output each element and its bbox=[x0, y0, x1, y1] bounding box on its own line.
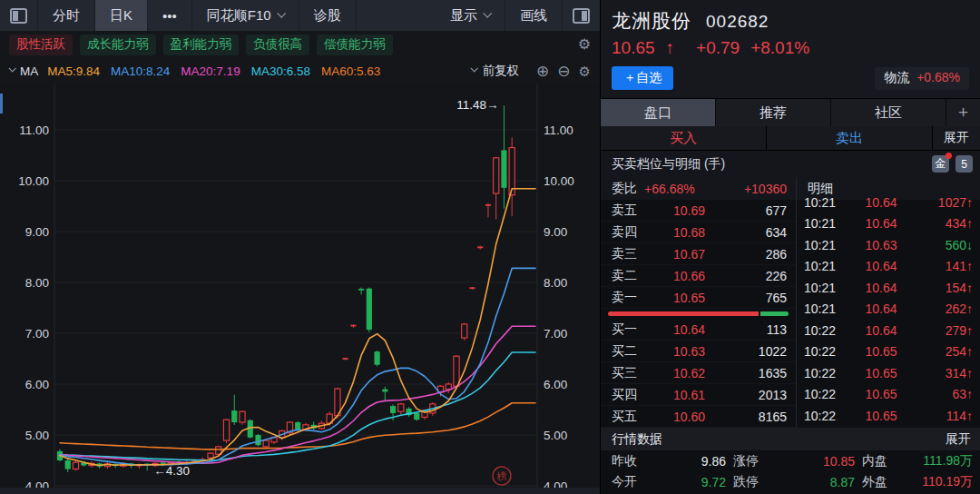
tab-社区[interactable]: 社区 bbox=[831, 99, 946, 126]
market-data-row: 昨收9.86涨停10.85内盘111.98万 bbox=[601, 450, 980, 471]
stock-code: 002682 bbox=[706, 12, 769, 32]
order-book-row[interactable]: 买三10.621635 bbox=[601, 362, 796, 384]
order-book-row[interactable]: 卖五10.69677 bbox=[601, 200, 796, 222]
level-price: 10.65 bbox=[652, 291, 727, 305]
tick-row[interactable]: 10:2110.641027↑ bbox=[804, 192, 973, 213]
svg-text:11.48→: 11.48→ bbox=[456, 98, 498, 112]
panel-left-toggle-button[interactable] bbox=[0, 0, 38, 31]
expand-market-data-button[interactable]: 展开 bbox=[946, 431, 971, 448]
stock-tag[interactable]: 成长能力弱 bbox=[80, 35, 156, 55]
order-book-row[interactable]: 卖一10.65765 bbox=[601, 287, 796, 309]
trade-tabs: 买入 卖出 展开 bbox=[601, 126, 980, 151]
tick-row[interactable]: 10:2110.63560↓ bbox=[804, 234, 973, 256]
tick-price: 10.65 bbox=[846, 344, 916, 359]
order-book-row[interactable]: 卖三10.67286 bbox=[601, 243, 796, 265]
order-book-row[interactable]: 买四10.612013 bbox=[601, 384, 796, 406]
toolbar-tab-画线[interactable]: 画线 bbox=[505, 0, 563, 31]
stock-tag[interactable]: 负债很高 bbox=[246, 35, 309, 55]
toolbar-tab-日K[interactable]: 日K bbox=[95, 0, 148, 31]
toolbar-tab-label: ••• bbox=[162, 8, 177, 24]
ma-legend-item: MA10:8.24 bbox=[111, 64, 170, 78]
order-book-row[interactable]: 卖二10.66226 bbox=[601, 265, 796, 287]
kline-chart-area[interactable]: 11.0011.0010.0010.009.009.008.008.007.00… bbox=[0, 84, 600, 494]
stock-name: 龙洲股份 bbox=[612, 8, 691, 34]
market-data-rows: 昨收9.86涨停10.85内盘111.98万今开9.72跌停8.87外盘110.… bbox=[601, 450, 980, 494]
svg-text:←4.30: ←4.30 bbox=[153, 464, 190, 478]
market-data-value: 9.86 bbox=[637, 454, 733, 469]
toolbar-tab-同花顺F10[interactable]: 同花顺F10 bbox=[192, 0, 299, 31]
order-book-row[interactable]: 买二10.631022 bbox=[601, 341, 796, 362]
tick-time: 10:22 bbox=[804, 323, 846, 338]
market-data-row: 今开9.72跌停8.87外盘110.19万 bbox=[601, 471, 980, 492]
toolbar-tab-诊股[interactable]: 诊股 bbox=[299, 0, 357, 31]
market-data-cell: 外盘110.19万 bbox=[862, 474, 973, 490]
tick-time: 10:21 bbox=[804, 301, 846, 316]
order-book-row[interactable]: 卖四10.68634 bbox=[601, 222, 796, 243]
svg-text:5.00: 5.00 bbox=[25, 429, 49, 442]
level-price: 10.62 bbox=[652, 366, 727, 380]
quote-header: 龙洲股份 002682 10.65↑ +0.79 +8.01% ＋自选 物流 +… bbox=[601, 0, 980, 98]
toolbar-tab-•••[interactable]: ••• bbox=[148, 0, 192, 31]
tab-sell[interactable]: 卖出 bbox=[767, 126, 933, 150]
level-label: 买五 bbox=[612, 409, 652, 425]
market-data-value: 111.98万 bbox=[887, 453, 973, 469]
tick-time: 10:21 bbox=[804, 281, 846, 295]
ma-legend: MA5:9.84MA10:8.24MA20:7.19MA30:6.58MA60:… bbox=[47, 64, 391, 78]
toolbar-tab-分时[interactable]: 分时 bbox=[38, 0, 95, 31]
tick-price: 10.65 bbox=[846, 366, 916, 380]
order-book-row[interactable]: 买五10.608165 bbox=[601, 406, 796, 428]
add-tab-button[interactable]: + bbox=[946, 99, 980, 126]
tick-row[interactable]: 10:2210.65254↑ bbox=[804, 341, 973, 363]
zoom-in-icon[interactable]: ⊕ bbox=[536, 64, 549, 79]
stock-tag[interactable]: 股性活跃 bbox=[9, 35, 73, 55]
expand-trade-button[interactable]: 展开 bbox=[933, 126, 980, 150]
tick-detail-list[interactable]: 10:2110.641027↑10:2110.64434↑10:2110.635… bbox=[797, 192, 980, 428]
tick-price: 10.65 bbox=[846, 409, 916, 423]
level-label: 卖一 bbox=[612, 290, 652, 306]
tick-volume: 279↑ bbox=[916, 323, 973, 338]
tick-row[interactable]: 10:2210.65314↑ bbox=[804, 362, 973, 384]
tick-row[interactable]: 10:2210.6563↑ bbox=[804, 384, 973, 406]
tab-推荐[interactable]: 推荐 bbox=[716, 99, 831, 126]
level-volume: 226 bbox=[727, 269, 787, 283]
tick-row[interactable]: 10:2110.64154↑ bbox=[804, 277, 973, 299]
toolbar-tab-显示[interactable]: 显示 bbox=[436, 0, 505, 31]
order-book: 委比 +66.68% +10360 卖五10.69677卖四10.68634卖三… bbox=[601, 177, 796, 428]
ma-group-toggle[interactable]: MA bbox=[9, 64, 38, 78]
tick-time: 10:21 bbox=[804, 238, 846, 252]
tab-盘口[interactable]: 盘口 bbox=[601, 99, 716, 126]
level5-badge[interactable]: 5 bbox=[956, 155, 973, 173]
market-data-label: 今开 bbox=[612, 474, 637, 490]
notification-dot bbox=[946, 153, 952, 159]
tick-volume: 314↑ bbox=[916, 366, 973, 380]
level-label: 卖二 bbox=[612, 268, 652, 284]
kline-chart[interactable]: 11.0011.0010.0010.009.009.008.008.007.00… bbox=[0, 84, 600, 494]
tick-row[interactable]: 10:2110.64434↑ bbox=[804, 213, 973, 235]
zoom-out-icon[interactable]: ⊖ bbox=[557, 64, 570, 79]
stock-tag[interactable]: 盈利能力弱 bbox=[163, 35, 240, 55]
panel-right-toggle-button[interactable] bbox=[563, 0, 600, 31]
svg-text:9.00: 9.00 bbox=[25, 225, 49, 239]
chart-settings-gear-icon[interactable]: ⚙ bbox=[579, 64, 591, 78]
tick-price: 10.64 bbox=[846, 259, 916, 273]
tick-price: 10.64 bbox=[846, 301, 916, 316]
tick-row[interactable]: 10:2110.64141↑ bbox=[804, 256, 973, 278]
order-book-row[interactable]: 买一10.64113 bbox=[601, 319, 796, 341]
tick-row[interactable]: 10:2110.64262↑ bbox=[804, 299, 973, 321]
level-volume: 2013 bbox=[727, 388, 787, 402]
tick-price: 10.63 bbox=[846, 238, 916, 252]
tick-volume: 114↑ bbox=[916, 409, 973, 423]
add-watchlist-button[interactable]: ＋自选 bbox=[612, 66, 673, 90]
sector-pill[interactable]: 物流 +0.68% bbox=[875, 67, 969, 90]
gold-badge[interactable]: 金 bbox=[932, 155, 949, 173]
weibi-diff: +10360 bbox=[744, 182, 787, 196]
tab-buy[interactable]: 买入 bbox=[601, 126, 767, 150]
tick-row[interactable]: 10:2210.65114↑ bbox=[804, 405, 973, 427]
order-book-title: 买卖档位与明细 (手) bbox=[612, 156, 725, 173]
tick-row[interactable]: 10:2210.64279↑ bbox=[804, 320, 973, 341]
market-data-label: 昨收 bbox=[612, 453, 637, 469]
adjust-mode-selector[interactable]: 前复权 bbox=[483, 63, 520, 79]
tags-settings-gear-icon[interactable]: ⚙ bbox=[578, 37, 591, 52]
stock-tag[interactable]: 偿债能力弱 bbox=[317, 35, 393, 55]
chevron-down-icon bbox=[277, 8, 286, 17]
